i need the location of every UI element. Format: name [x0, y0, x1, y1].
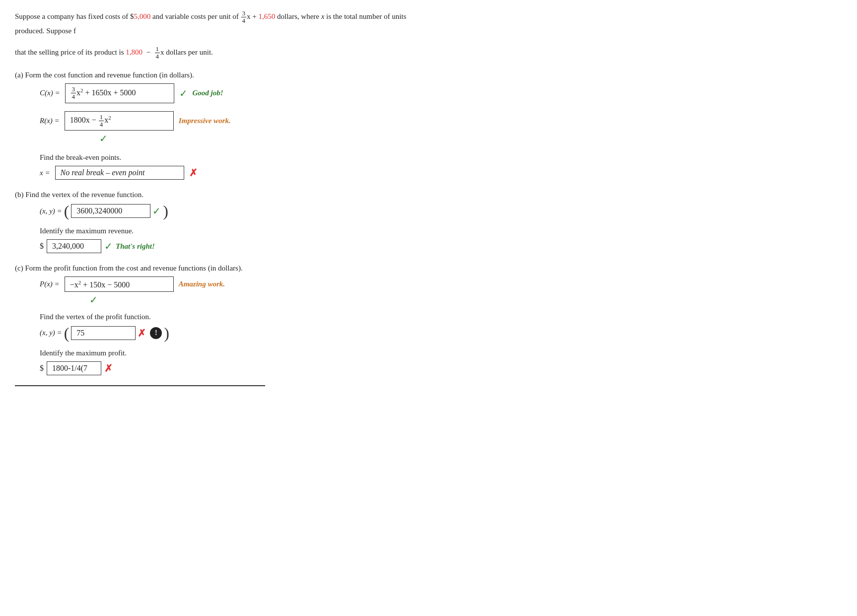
cx-row: C(x) = 3 4 x2 + 1650x + 5000 ✓ Good job!	[40, 83, 432, 103]
cx-check-icon: ✓	[179, 87, 188, 99]
max-rev-feedback: That's right!	[116, 242, 155, 251]
mp-cross-icon: ✗	[104, 362, 113, 374]
fraction-3-4: 3 4	[241, 10, 247, 25]
part-c-label: (c) Form the profit function from the co…	[15, 264, 432, 273]
vertex-row: (x, y) = ( 3600,3240000 ✓ )	[40, 203, 432, 219]
profit-vertex-row: (x, y) = ( 75 ✗ ! )	[40, 325, 432, 341]
max-profit-label: Identify the maximum profit.	[40, 349, 432, 357]
vertex-label: (x, y) =	[40, 207, 62, 215]
rx-feedback: Impressive work.	[179, 117, 231, 125]
var-add: 1,650	[258, 12, 275, 20]
pv-x-value: 75	[76, 329, 84, 337]
pv-cross-icon: ✗	[138, 327, 146, 339]
break-even-label: Find the break-even points.	[40, 153, 432, 162]
part-a-label: (a) Form the cost function and revenue f…	[15, 71, 432, 79]
x-input[interactable]: No real break – even point	[55, 166, 184, 180]
px-check-icon: ✓	[89, 294, 98, 305]
cx-feedback: Good job!	[193, 89, 223, 97]
left-paren: (	[64, 203, 70, 219]
px-feedback: Amazing work.	[179, 280, 225, 288]
intro-paragraph-2: that the selling price of its product is…	[15, 46, 432, 61]
vertex-x-value: 3600,3240000	[76, 206, 122, 215]
px-input[interactable]: −x2 + 150x − 5000	[65, 276, 174, 291]
fraction-1-4: 1 4	[155, 46, 160, 61]
cx-input[interactable]: 3 4 x2 + 1650x + 5000	[65, 83, 174, 103]
cx-label: C(x) =	[40, 89, 60, 97]
max-rev-row: $ 3,240,000 ✓ That's right!	[40, 239, 432, 253]
px-label: P(x) =	[40, 280, 60, 288]
right-paren: )	[163, 203, 168, 219]
pv-x-input[interactable]: 75	[71, 326, 136, 340]
x-value: No real break – even point	[61, 168, 145, 177]
pv-left-paren: (	[64, 325, 70, 341]
vertex-check-icon: ✓	[152, 205, 161, 217]
info-icon: !	[150, 327, 162, 339]
bottom-divider	[15, 385, 265, 386]
fixed-cost: 5,000	[134, 12, 151, 20]
sell-price: 1,800	[126, 48, 143, 56]
dollar-sign: $	[40, 242, 44, 251]
px-check-row: ✓	[89, 294, 432, 306]
intro-paragraph: Suppose a company has fixed costs of $5,…	[15, 10, 432, 37]
max-rev-value: 3,240,000	[52, 242, 84, 250]
pv-right-paren: )	[164, 325, 169, 341]
max-rev-check-icon: ✓	[104, 240, 113, 252]
x-equals-label: x =	[40, 169, 50, 177]
rx-input[interactable]: 1800x − 1 4 x2	[65, 111, 174, 131]
part-b-label: (b) Find the vertex of the revenue funct…	[15, 191, 432, 199]
pv-label: (x, y) =	[40, 329, 62, 337]
rx-check-icon: ✓	[99, 133, 108, 144]
rx-label: R(x) =	[40, 117, 60, 125]
mp-value: 1800-1/4(7	[52, 364, 87, 372]
rx-check-row: ✓	[99, 133, 432, 144]
max-rev-input[interactable]: 3,240,000	[47, 239, 101, 253]
profit-vertex-label: Find the vertex of the profit function.	[40, 313, 432, 321]
vertex-x-input[interactable]: 3600,3240000	[71, 204, 150, 218]
max-rev-label: Identify the maximum revenue.	[40, 227, 432, 235]
x-row: x = No real break – even point ✗	[40, 166, 432, 180]
rx-row: R(x) = 1800x − 1 4 x2 Impressive work.	[40, 111, 432, 131]
x-cross-icon: ✗	[189, 167, 198, 179]
max-profit-row: $ 1800-1/4(7 ✗	[40, 361, 432, 375]
mp-input[interactable]: 1800-1/4(7	[47, 361, 101, 375]
px-row: P(x) = −x2 + 150x − 5000 Amazing work.	[40, 276, 432, 291]
mp-dollar-sign: $	[40, 364, 44, 373]
